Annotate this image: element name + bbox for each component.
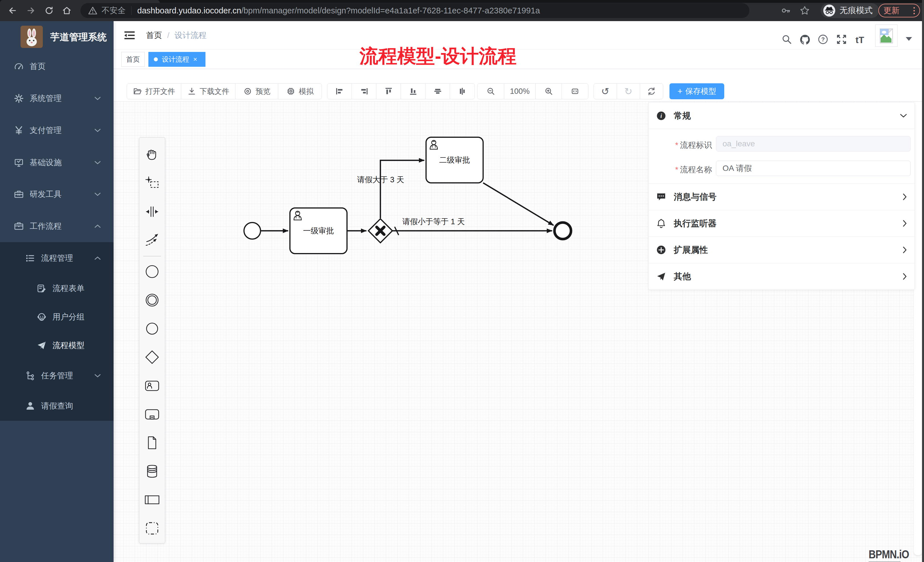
section-other[interactable]: 其他 (649, 263, 915, 289)
space-tool[interactable] (139, 198, 165, 226)
zoom-reset-button[interactable] (562, 84, 588, 99)
flow-gateway-to-task2[interactable] (380, 160, 424, 218)
update-label: 更新 (884, 5, 900, 16)
help-icon[interactable]: ? (817, 34, 829, 45)
bpmn-io-watermark[interactable]: BPMN.iO (868, 548, 916, 562)
create-gateway[interactable] (139, 343, 165, 372)
save-model-button[interactable]: + 保存模型 (669, 83, 724, 99)
font-size-icon[interactable]: tT (855, 35, 867, 46)
key-icon[interactable] (778, 3, 793, 18)
forward-icon[interactable] (23, 3, 38, 18)
file-button-group: 打开文件 下载文件 预览 模拟 (127, 83, 322, 99)
security-label[interactable]: 不安全 (102, 5, 126, 16)
close-icon[interactable]: × (193, 55, 197, 63)
align-center-button[interactable] (450, 84, 474, 99)
sidebar-item-workflow[interactable]: 工作流程 (0, 210, 114, 242)
align-right-button[interactable] (352, 84, 376, 99)
sidebar-item-infra[interactable]: 基础设施 (0, 147, 114, 178)
flow-task2-to-end[interactable] (483, 183, 554, 225)
create-intermediate-event[interactable] (139, 286, 165, 315)
download-file-button[interactable]: 下载文件 (181, 84, 236, 99)
sidebar-item-payment[interactable]: 支付管理 (0, 114, 114, 146)
incognito-badge: 无痕模式 (821, 3, 879, 18)
exclusive-gateway[interactable] (368, 219, 392, 243)
section-general[interactable]: i 常规 (649, 102, 915, 129)
sidebar-item-home[interactable]: 首页 (0, 51, 114, 82)
create-subprocess[interactable] (139, 400, 165, 429)
zoom-in-button[interactable] (536, 84, 562, 99)
restart-button[interactable] (640, 84, 663, 99)
sidebar-item-label: 首页 (30, 61, 46, 72)
user-task-2[interactable]: 二级审批 (426, 137, 483, 183)
update-button[interactable]: 更新 (878, 4, 920, 17)
tab-home[interactable]: 首页 (121, 52, 145, 67)
sidebar-item-process-form[interactable]: 流程表单 (0, 274, 114, 303)
caret-down-icon[interactable] (906, 37, 912, 41)
user-task-1[interactable]: 一级审批 (290, 208, 347, 253)
lasso-tool[interactable] (139, 169, 165, 198)
create-data-object[interactable] (139, 429, 165, 457)
sidebar-item-process-mgmt[interactable]: 流程管理 (0, 242, 114, 274)
sidebar-item-user-group[interactable]: 用户分组 (0, 303, 114, 331)
sidebar-item-label: 流程表单 (52, 283, 84, 294)
avatar[interactable] (875, 24, 897, 47)
align-top-button[interactable] (376, 84, 401, 99)
flow-label-gt3[interactable]: 请假大于 3 天 (357, 175, 404, 184)
github-icon[interactable] (799, 34, 810, 45)
sidebar-item-leave-query[interactable]: 请假查询 (0, 392, 114, 420)
align-button-group (327, 83, 475, 99)
tree-icon (25, 370, 35, 381)
address-bar[interactable]: 不安全 dashboard.yudao.iocoder.cn/bpm/manag… (81, 3, 749, 18)
start-event[interactable] (244, 223, 261, 239)
app-logo[interactable]: 芋道管理系统 (0, 23, 114, 51)
chevron-down-icon[interactable] (900, 114, 907, 118)
align-middle-button[interactable] (426, 84, 450, 99)
end-event[interactable] (555, 223, 571, 239)
section-execution-listener[interactable]: 执行监听器 (649, 210, 915, 237)
create-data-store[interactable] (139, 457, 165, 486)
section-extended-attrs[interactable]: 扩展属性 (649, 237, 915, 263)
sidebar-toggle-icon[interactable] (124, 30, 135, 41)
sidebar-item-devtools[interactable]: 研发工具 (0, 178, 114, 210)
align-left-button[interactable] (327, 84, 352, 99)
flow-label-le1[interactable]: 请假小于等于 1 天 (402, 217, 465, 226)
fullscreen-icon[interactable] (836, 34, 847, 45)
search-icon[interactable] (781, 34, 792, 45)
create-participant[interactable] (139, 486, 165, 514)
create-end-event[interactable] (139, 315, 165, 343)
reload-icon[interactable] (42, 3, 57, 18)
redo-button[interactable]: ↻ (617, 84, 640, 99)
url-host[interactable]: dashboard.yudao.iocoder.cn (137, 6, 241, 15)
hand-tool[interactable] (139, 140, 165, 169)
url-path[interactable]: /bpm/manager/model/design?modelId=e4a1a1… (241, 6, 540, 15)
sidebar-item-process-model[interactable]: 流程模型 (0, 331, 114, 360)
tab-design-process[interactable]: 设计流程 × (148, 52, 206, 67)
align-bottom-button[interactable] (401, 84, 426, 99)
panel-scroll-gutter[interactable] (914, 102, 922, 555)
zoom-out-button[interactable] (477, 84, 504, 99)
process-name-input[interactable] (716, 160, 910, 176)
browser-tab[interactable] (0, 0, 160, 3)
global-connect-tool[interactable] (139, 226, 165, 255)
chevron-right-icon (903, 193, 907, 201)
chevron-right-icon (903, 246, 907, 253)
back-icon[interactable] (5, 3, 20, 18)
undo-button[interactable]: ↺ (594, 84, 617, 99)
process-key-input[interactable] (716, 136, 910, 151)
section-message-signal[interactable]: 消息与信号 (649, 183, 915, 210)
chevron-down-icon (94, 160, 101, 165)
breadcrumb-home[interactable]: 首页 (146, 30, 162, 41)
preview-button[interactable]: 预览 (236, 84, 278, 99)
simulate-button[interactable]: 模拟 (278, 84, 322, 99)
create-start-event[interactable] (139, 257, 165, 286)
sidebar-item-task-mgmt[interactable]: 任务管理 (0, 360, 114, 392)
create-group[interactable] (139, 514, 165, 543)
section-title: 扩展属性 (674, 244, 708, 256)
create-user-task[interactable] (139, 372, 165, 400)
warning-icon (88, 6, 98, 15)
home-icon[interactable] (59, 3, 74, 18)
bookmark-star-icon[interactable] (797, 3, 812, 18)
sidebar-item-system[interactable]: 系统管理 (0, 82, 114, 114)
open-file-button[interactable]: 打开文件 (127, 84, 181, 99)
chrome-menu-icon[interactable] (914, 7, 915, 14)
